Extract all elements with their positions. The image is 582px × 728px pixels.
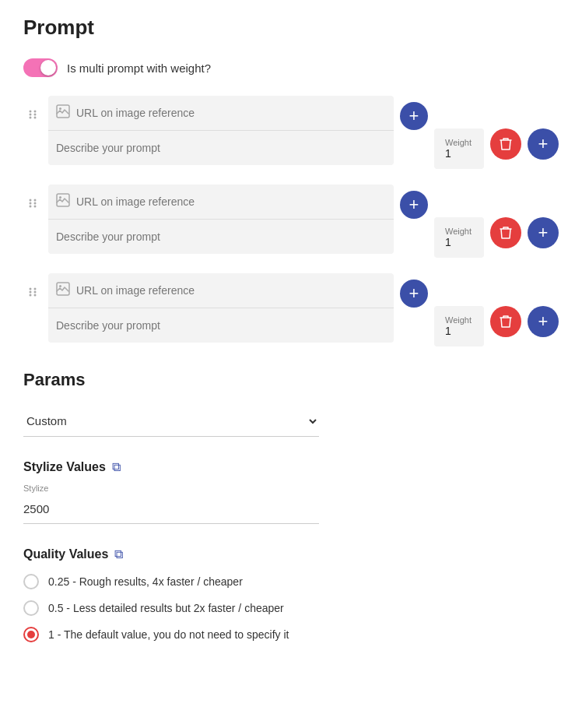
- prompt-field-container-3: [48, 273, 394, 343]
- add-prompt-btn-3[interactable]: +: [528, 306, 559, 337]
- url-row-1: [48, 96, 394, 131]
- svg-point-23: [59, 285, 61, 287]
- delete-btn-1[interactable]: [490, 128, 521, 160]
- custom-select-wrapper: Custom: [23, 406, 319, 437]
- weight-label-1: Weight: [445, 138, 473, 147]
- image-icon-1: [56, 104, 70, 121]
- weight-value-1: 1: [445, 147, 473, 160]
- stylize-header: Stylize Values ⧉: [23, 460, 559, 474]
- weight-value-3: 1: [445, 325, 473, 337]
- svg-point-0: [30, 111, 32, 113]
- weight-box-2: Weight 1: [434, 217, 484, 258]
- prompt-block-1: + Weight 1 +: [23, 96, 559, 169]
- svg-point-4: [30, 117, 32, 119]
- svg-point-10: [30, 202, 32, 205]
- svg-point-12: [30, 206, 32, 208]
- text-row-1: [48, 131, 394, 165]
- svg-point-13: [34, 206, 37, 208]
- stylize-label: Stylize: [23, 484, 319, 493]
- quality-title: Quality Values: [23, 547, 108, 561]
- url-input-3[interactable]: [76, 273, 386, 308]
- radio-1[interactable]: [23, 574, 39, 589]
- prompt-field-container-1: [48, 96, 394, 165]
- text-input-2[interactable]: [48, 220, 394, 254]
- prompt-middle-3: + Weight 1 +: [48, 273, 559, 346]
- weight-label-2: Weight: [445, 227, 473, 236]
- drag-handle-1[interactable]: [23, 107, 42, 126]
- stylize-input[interactable]: [23, 494, 319, 524]
- drag-handle-3[interactable]: [23, 284, 42, 304]
- add-image-btn-1[interactable]: +: [400, 102, 428, 130]
- svg-point-3: [34, 114, 37, 116]
- add-prompt-btn-1[interactable]: +: [528, 128, 559, 160]
- svg-point-7: [59, 107, 61, 110]
- url-input-1[interactable]: [76, 96, 386, 130]
- prompt-block-2: + Weight 1 +: [23, 185, 559, 258]
- url-row-3: [48, 273, 394, 308]
- radio-label-2: 0.5 - Less detailed results but 2x faste…: [48, 602, 284, 614]
- btn-group-3: +: [490, 306, 559, 337]
- text-row-3: [48, 308, 394, 343]
- image-icon-3: [56, 282, 70, 299]
- svg-point-17: [34, 288, 37, 290]
- svg-point-5: [34, 117, 37, 119]
- prompt-middle-1: + Weight 1 +: [48, 96, 559, 169]
- multi-prompt-toggle[interactable]: [23, 58, 58, 77]
- quality-options-container: 0.25 - Rough results, 4x faster / cheape…: [23, 574, 559, 642]
- text-input-3[interactable]: [48, 308, 394, 343]
- stylize-title: Stylize Values: [23, 460, 106, 474]
- params-title: Params: [23, 370, 559, 390]
- btn-group-1: +: [490, 128, 559, 160]
- svg-point-2: [30, 114, 32, 116]
- url-row-2: [48, 185, 394, 220]
- add-prompt-btn-2[interactable]: +: [528, 217, 559, 248]
- url-input-2[interactable]: [76, 185, 386, 219]
- svg-point-9: [34, 199, 37, 202]
- weight-box-1: Weight 1: [434, 128, 484, 169]
- svg-point-20: [30, 294, 32, 297]
- stylize-input-wrapper: Stylize: [23, 484, 319, 524]
- weight-label-3: Weight: [445, 315, 473, 325]
- prompt-middle-2: + Weight 1 +: [48, 185, 559, 258]
- svg-point-11: [34, 202, 37, 205]
- radio-label-3: 1 - The default value, you do not need t…: [48, 628, 289, 641]
- image-icon-2: [56, 193, 70, 210]
- multi-prompt-toggle-row: Is multi prompt with weight?: [23, 58, 559, 77]
- quality-option-2: 0.5 - Less detailed results but 2x faste…: [23, 600, 559, 616]
- radio-2[interactable]: [23, 600, 39, 616]
- weight-value-2: 1: [445, 236, 473, 248]
- prompt-field-container-2: [48, 185, 394, 254]
- toggle-label: Is multi prompt with weight?: [67, 62, 211, 75]
- prompt-block-3: + Weight 1 +: [23, 273, 559, 346]
- quality-header: Quality Values ⧉: [23, 547, 559, 561]
- svg-point-19: [34, 291, 37, 294]
- quality-option-1: 0.25 - Rough results, 4x faster / cheape…: [23, 574, 559, 589]
- btn-group-2: +: [490, 217, 559, 248]
- prompts-container: + Weight 1 +: [23, 96, 559, 346]
- svg-point-1: [34, 111, 37, 113]
- delete-btn-2[interactable]: [490, 217, 521, 248]
- svg-point-8: [30, 199, 32, 202]
- prompt-fields-2: [48, 185, 394, 254]
- page-title: Prompt: [23, 16, 559, 40]
- prompt-fields-3: [48, 273, 394, 343]
- prompt-fields-1: [48, 96, 394, 165]
- radio-label-1: 0.25 - Rough results, 4x faster / cheape…: [48, 575, 243, 588]
- svg-point-18: [30, 291, 32, 294]
- svg-point-21: [34, 294, 37, 297]
- custom-select[interactable]: Custom: [23, 406, 319, 437]
- svg-point-15: [59, 196, 61, 199]
- weight-box-3: Weight 1: [434, 306, 484, 346]
- svg-point-16: [30, 288, 32, 290]
- add-image-btn-3[interactable]: +: [400, 280, 428, 308]
- quality-option-3: 1 - The default value, you do not need t…: [23, 627, 559, 642]
- text-input-1[interactable]: [48, 131, 394, 165]
- stylize-external-link-icon[interactable]: ⧉: [112, 460, 121, 474]
- delete-btn-3[interactable]: [490, 306, 521, 337]
- text-row-2: [48, 220, 394, 254]
- drag-handle-2[interactable]: [23, 195, 42, 215]
- add-image-btn-2[interactable]: +: [400, 191, 428, 219]
- quality-external-link-icon[interactable]: ⧉: [114, 547, 123, 561]
- radio-3[interactable]: [23, 627, 39, 642]
